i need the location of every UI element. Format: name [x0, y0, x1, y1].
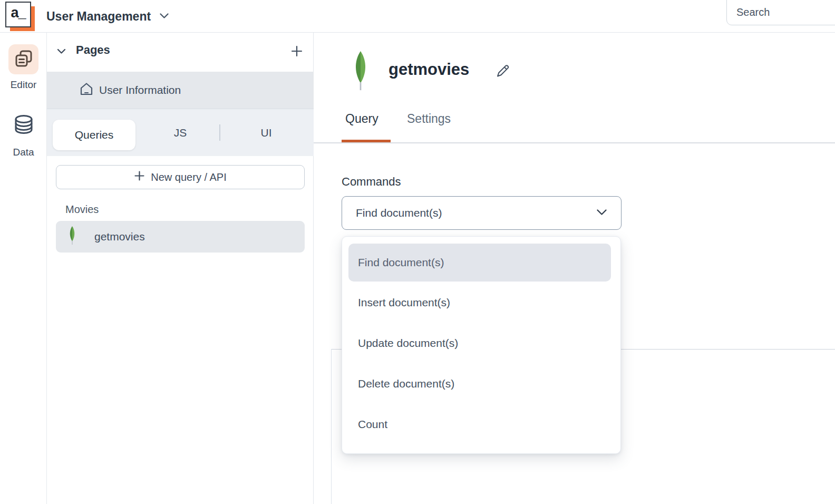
chevron-down-icon	[596, 208, 607, 218]
rail-item-editor-label: Editor	[0, 79, 47, 91]
new-query-button-label: New query / API	[151, 171, 226, 183]
top-bar: a_ User Management	[0, 0, 835, 33]
rail-item-data-label: Data	[0, 147, 47, 158]
menu-item-label: Find document(s)	[358, 256, 444, 269]
query-title: getmovies	[389, 60, 469, 79]
menu-item-label: Insert document(s)	[358, 296, 450, 309]
menu-item-update-documents[interactable]: Update document(s)	[348, 324, 611, 362]
commands-select[interactable]: Find document(s)	[342, 196, 622, 230]
plus-icon	[134, 170, 145, 184]
search-input[interactable]	[726, 0, 835, 25]
query-item-getmovies[interactable]: getmovies	[56, 221, 305, 253]
commands-label: Commands	[342, 175, 401, 189]
divider	[219, 124, 220, 141]
divider	[331, 349, 332, 504]
menu-item-delete-documents[interactable]: Delete document(s)	[348, 365, 611, 403]
main-area: getmovies Query Settings Commands Find d…	[314, 33, 835, 504]
menu-item-count[interactable]: Count	[348, 405, 611, 443]
appsmith-logo[interactable]: a_	[5, 2, 36, 32]
page-item-user-information[interactable]: User Information	[47, 72, 314, 109]
menu-item-label: Count	[358, 418, 387, 431]
logo-glyph: a_	[5, 2, 31, 27]
mongodb-leaf-icon	[351, 50, 371, 94]
tab-js[interactable]: JS	[164, 109, 196, 156]
left-rail: Editor Data	[0, 33, 47, 504]
mongodb-leaf-icon	[67, 226, 77, 248]
app-title: User Management	[46, 9, 151, 24]
edit-name-pencil-icon[interactable]	[494, 62, 511, 79]
query-group-label: Movies	[65, 203, 99, 216]
menu-item-label: Delete document(s)	[358, 377, 454, 390]
rail-item-data[interactable]	[11, 114, 36, 139]
page-item-label: User Information	[99, 84, 181, 96]
home-icon	[79, 82, 94, 99]
tab-ui-label: UI	[261, 127, 272, 139]
menu-item-insert-documents[interactable]: Insert document(s)	[348, 284, 611, 322]
chevron-down-icon	[159, 12, 169, 21]
menu-item-find-documents[interactable]: Find document(s)	[348, 244, 611, 282]
tab-settings[interactable]: Settings	[407, 112, 451, 126]
tab-ui[interactable]: UI	[250, 109, 282, 156]
app-screen: a_ User Management Editor	[0, 0, 835, 504]
query-item-label: getmovies	[94, 230, 145, 243]
add-page-button[interactable]	[289, 44, 304, 59]
commands-select-value: Find document(s)	[356, 207, 596, 219]
pages-title: Pages	[76, 43, 110, 57]
entity-tabbar: Queries JS UI	[47, 109, 314, 156]
tab-js-label: JS	[174, 127, 187, 139]
database-icon	[12, 113, 36, 140]
app-title-menu[interactable]: User Management	[46, 0, 169, 33]
pages-stack-icon	[14, 49, 33, 70]
menu-item-label: Update document(s)	[358, 337, 458, 350]
tab-queries-label: Queries	[75, 129, 114, 141]
pages-panel: Pages User Information Queries JS	[47, 33, 314, 504]
new-query-button[interactable]: New query / API	[56, 165, 305, 189]
pages-header: Pages	[47, 33, 314, 66]
rail-item-editor[interactable]	[8, 44, 38, 74]
pages-collapse-chevron-icon[interactable]	[57, 47, 66, 56]
tab-query-label: Query	[345, 112, 378, 125]
commands-dropdown-menu: Find document(s) Insert document(s) Upda…	[342, 236, 621, 454]
tab-query[interactable]: Query	[345, 112, 378, 126]
divider	[314, 142, 835, 143]
tab-settings-label: Settings	[407, 112, 451, 125]
tab-queries[interactable]: Queries	[53, 120, 135, 150]
